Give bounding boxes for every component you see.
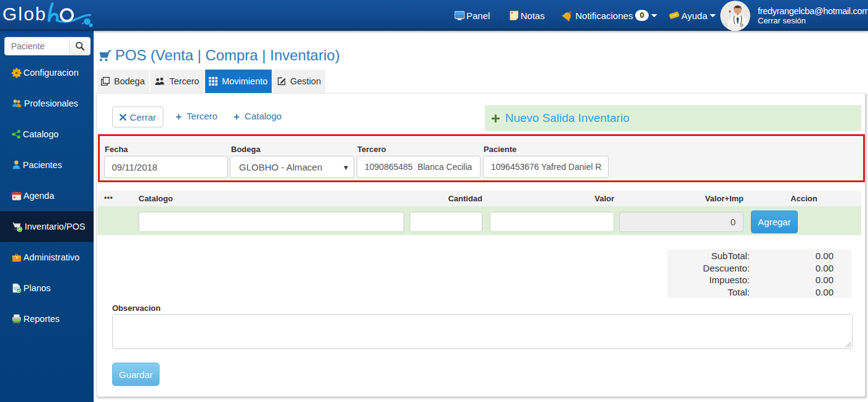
svg-text:Glob: Glob — [2, 4, 47, 24]
